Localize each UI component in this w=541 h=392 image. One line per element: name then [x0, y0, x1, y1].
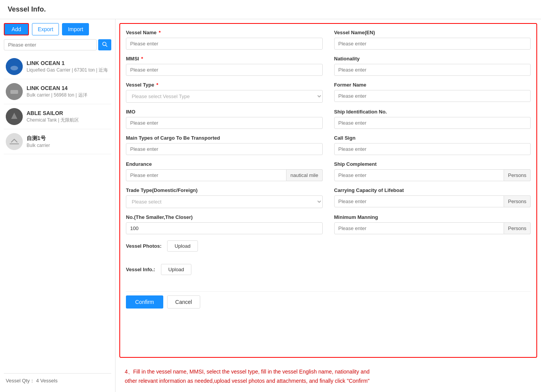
vessel-detail: Chemical Tank | 无限航区: [27, 117, 79, 123]
avatar: [6, 108, 23, 125]
ship-id-label: Ship Identification No.: [334, 109, 531, 115]
vessel-info-upload-button[interactable]: Upload: [161, 264, 191, 275]
vessel-name-en-label: Vessel Name(EN): [334, 30, 531, 35]
avatar: [6, 133, 23, 150]
avatar: [6, 58, 23, 75]
form-panel: Vessel Name * Vessel Name(EN) MMSI *: [119, 23, 537, 358]
export-button[interactable]: Export: [32, 23, 59, 35]
former-name-input[interactable]: [334, 90, 531, 102]
form-group-call-sign: Call Sign: [334, 135, 531, 155]
search-bar: [4, 39, 111, 50]
avatar: [6, 83, 23, 100]
vessel-detail: Bulk carrier: [27, 143, 50, 148]
page-header: Vessel Info.: [0, 0, 541, 19]
form-group-minimum-manning: Minimum Manning Persons: [334, 214, 531, 234]
form-group-vessel-photos: Vessel Photos: Upload: [126, 240, 323, 258]
trade-type-select[interactable]: Please select: [126, 195, 323, 208]
cancel-button[interactable]: Cancel: [167, 295, 200, 309]
vessel-photos-upload-button[interactable]: Upload: [167, 240, 198, 252]
former-name-label: Former Name: [334, 82, 531, 88]
vessel-detail: Liquefied Gas Carrier | 67301 ton | 近海: [27, 67, 108, 73]
form-group-cargo-types: Main Types of Cargo To Be Transported: [126, 135, 323, 155]
call-sign-label: Call Sign: [334, 135, 531, 141]
form-group-vessel-info: Vessel Info.: Upload: [126, 264, 323, 281]
ship-complement-label: Ship Complement: [334, 161, 531, 167]
vessel-detail: Bulk carrier | 56968 ton | 远洋: [27, 92, 87, 98]
search-icon: [102, 42, 107, 47]
form-actions: Confirm Cancel: [126, 291, 531, 309]
vessel-photos-label: Vessel Photos:: [126, 243, 161, 249]
form-grid: Vessel Name * Vessel Name(EN) MMSI *: [126, 30, 531, 287]
imo-input[interactable]: [126, 117, 323, 129]
ship-id-input[interactable]: [334, 117, 531, 129]
instruction-text: 4、Fill in the vessel name, MMSI, select …: [116, 367, 541, 392]
form-group-lifeboat: Carrying Capacity of Lifeboat Persons: [334, 187, 531, 208]
no-smaller-label: No.(The Smaller,The Closer): [126, 214, 323, 220]
form-group-trade-type: Trade Type(Domestic/Foreign) Please sele…: [126, 187, 323, 208]
vessel-type-label: Vessel Type *: [126, 82, 323, 88]
form-group-endurance: Endurance nautical mile: [126, 161, 323, 181]
ship-complement-addon: Persons: [504, 169, 531, 181]
lifeboat-addon: Persons: [504, 195, 531, 207]
search-button[interactable]: [98, 39, 111, 50]
form-group-ship-complement: Ship Complement Persons: [334, 161, 531, 181]
vessel-info-label: Vessel Info.:: [126, 267, 155, 272]
search-input[interactable]: [4, 39, 97, 50]
vessel-name-en-input[interactable]: [334, 38, 531, 50]
vessel-name: 自测1号: [27, 135, 50, 142]
imo-label: IMO: [126, 109, 323, 115]
form-group-no-smaller: No.(The Smaller,The Closer): [126, 214, 323, 234]
ship-complement-input[interactable]: [334, 169, 504, 181]
trade-type-label: Trade Type(Domestic/Foreign): [126, 187, 323, 193]
import-button[interactable]: Import: [62, 23, 89, 35]
cargo-types-label: Main Types of Cargo To Be Transported: [126, 135, 323, 141]
endurance-addon: nautical mile: [286, 169, 322, 181]
lifeboat-input[interactable]: [334, 195, 504, 207]
vessel-name: LINK OCEAN 1: [27, 60, 108, 66]
call-sign-input[interactable]: [334, 143, 531, 155]
endurance-input[interactable]: [126, 169, 286, 181]
vessel-item[interactable]: ABLE SAILOR Chemical Tank | 无限航区: [4, 104, 111, 129]
cargo-types-input[interactable]: [126, 143, 323, 155]
form-group-imo: IMO: [126, 109, 323, 129]
no-smaller-input[interactable]: [126, 222, 323, 234]
form-group-ship-id: Ship Identification No.: [334, 109, 531, 129]
vessel-item[interactable]: LINK OCEAN 1 Liquefied Gas Carrier | 673…: [4, 54, 111, 79]
form-group-nationality: Nationality: [334, 56, 531, 76]
vessel-name: ABLE SAILOR: [27, 110, 79, 116]
minimum-manning-addon: Persons: [504, 222, 531, 234]
endurance-label: Endurance: [126, 161, 323, 167]
form-group-mmsi: MMSI *: [126, 56, 323, 76]
form-group-former-name: Former Name: [334, 82, 531, 103]
vessel-name: LINK OCEAN 14: [27, 85, 87, 91]
minimum-manning-input[interactable]: [334, 222, 504, 234]
svg-line-1: [106, 45, 107, 47]
vessel-name-label: Vessel Name *: [126, 30, 323, 35]
sidebar: Add Export Import LINK OCEAN 1 Li: [0, 19, 116, 392]
confirm-button[interactable]: Confirm: [126, 295, 163, 309]
vessel-type-select[interactable]: Please select Vessel Type: [126, 90, 323, 103]
svg-rect-5: [10, 90, 18, 94]
add-button[interactable]: Add: [4, 23, 29, 35]
vessel-item[interactable]: 自测1号 Bulk carrier: [4, 129, 111, 154]
minimum-manning-label: Minimum Manning: [334, 214, 531, 220]
form-group-vessel-name: Vessel Name *: [126, 30, 323, 50]
svg-point-3: [10, 66, 18, 70]
nationality-label: Nationality: [334, 56, 531, 62]
nationality-input[interactable]: [334, 64, 531, 76]
lifeboat-label: Carrying Capacity of Lifeboat: [334, 187, 531, 193]
form-group-vessel-type: Vessel Type * Please select Vessel Type: [126, 82, 323, 103]
sidebar-toolbar: Add Export Import: [4, 23, 111, 35]
vessel-item[interactable]: LINK OCEAN 14 Bulk carrier | 56968 ton |…: [4, 79, 111, 104]
form-group-vessel-name-en: Vessel Name(EN): [334, 30, 531, 50]
vessel-name-input[interactable]: [126, 38, 323, 50]
vessel-list: LINK OCEAN 1 Liquefied Gas Carrier | 673…: [4, 54, 111, 373]
mmsi-label: MMSI *: [126, 56, 323, 62]
mmsi-input[interactable]: [126, 64, 323, 76]
sidebar-footer: Vessel Qty： 4 Vessels: [4, 373, 111, 388]
svg-point-8: [6, 133, 23, 150]
